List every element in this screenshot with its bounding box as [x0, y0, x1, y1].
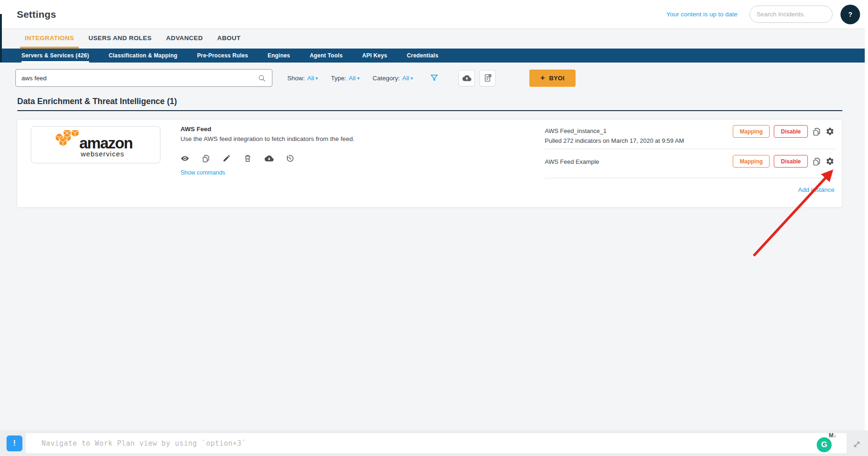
- copy-icon: [201, 154, 210, 163]
- expand-resize-icon[interactable]: [852, 439, 862, 449]
- type-filter-value[interactable]: All: [349, 75, 356, 82]
- subnav-classification-mapping[interactable]: Classification & Mapping: [109, 49, 177, 63]
- tab-advanced[interactable]: ADVANCED: [161, 29, 208, 49]
- delete-button[interactable]: [243, 153, 257, 163]
- tab-about[interactable]: ABOUT: [213, 29, 245, 49]
- mapping-button[interactable]: Mapping: [733, 125, 770, 138]
- markdown-download-icon: M↓: [829, 432, 836, 439]
- scrollbar-track[interactable]: [865, 0, 868, 430]
- chevron-down-icon[interactable]: ▾: [357, 76, 360, 81]
- download-button[interactable]: [264, 153, 278, 163]
- aws-logo: amazon webservices: [47, 130, 145, 159]
- cli-input[interactable]: Navigate to Work Plan view by using `opt…: [26, 433, 847, 453]
- instance-divider: [545, 178, 835, 178]
- chevron-down-icon[interactable]: ▾: [316, 76, 318, 81]
- aws-logo-text-main: amazon: [79, 134, 132, 152]
- subnav-api-keys[interactable]: API Keys: [362, 49, 388, 63]
- subnav-credentials[interactable]: Credentials: [407, 49, 438, 63]
- show-filter[interactable]: Show: All ▾: [287, 75, 318, 82]
- cli-placeholder: Navigate to Work Plan view by using `opt…: [42, 439, 246, 448]
- cloud-upload-icon: [462, 73, 472, 83]
- settings-tabs: INTEGRATIONS USERS AND ROLES ADVANCED AB…: [0, 29, 868, 49]
- disable-button[interactable]: Disable: [774, 125, 808, 138]
- gear-icon: [826, 157, 834, 166]
- gear-icon: [826, 127, 834, 136]
- show-filter-value[interactable]: All: [307, 75, 314, 82]
- grammarly-widget[interactable]: M↓ G: [817, 435, 835, 452]
- copy-integration-button[interactable]: [201, 153, 215, 163]
- copy-icon: [812, 157, 821, 166]
- window-edge-sliver: [0, 14, 2, 62]
- restore-defaults-button[interactable]: [285, 153, 299, 163]
- byoi-button-label: BYOI: [549, 75, 564, 82]
- settings-page: Settings Your content is up to date ? IN…: [0, 0, 868, 456]
- instance-settings-button[interactable]: [826, 127, 834, 136]
- document-plus-icon: [483, 73, 493, 83]
- cloud-download-icon: [264, 154, 274, 163]
- category-filter-label: Category:: [373, 75, 400, 82]
- install-content-button[interactable]: [479, 70, 496, 86]
- upload-integration-button[interactable]: [458, 70, 475, 86]
- history-icon: [285, 154, 294, 163]
- show-filter-label: Show:: [287, 75, 305, 82]
- instance-settings-button[interactable]: [826, 157, 834, 166]
- copy-instance-button[interactable]: [812, 127, 821, 136]
- advanced-filter-button[interactable]: [430, 73, 439, 83]
- plus-icon: +: [541, 74, 545, 82]
- integration-description: Use the AWS feed integration to fetch in…: [181, 135, 516, 142]
- instance-divider: [545, 149, 835, 149]
- incident-search-box[interactable]: [750, 6, 833, 23]
- subnav-servers-services[interactable]: Servers & Services (426): [21, 49, 89, 63]
- subnav-agent-tools[interactable]: Agent Tools: [310, 49, 343, 63]
- chevron-down-icon[interactable]: ▾: [410, 76, 413, 81]
- notification-button[interactable]: !: [7, 435, 22, 451]
- tab-users-and-roles[interactable]: USERS AND ROLES: [84, 29, 156, 49]
- type-filter[interactable]: Type: All ▾: [331, 75, 360, 82]
- mapping-button[interactable]: Mapping: [733, 155, 770, 168]
- integrations-subnav: Servers & Services (426) Classification …: [0, 49, 868, 63]
- instance-name: AWS Feed Example: [545, 158, 599, 165]
- instance-controls: Mapping Disable: [733, 155, 834, 168]
- exclamation-icon: !: [13, 439, 15, 448]
- integrations-toolbar: Show: All ▾ Type: All ▾ Category: All ▾: [0, 63, 868, 93]
- page-title: Settings: [17, 9, 56, 20]
- cli-footer: ! Navigate to Work Plan view by using `o…: [0, 430, 868, 456]
- category-filter-value[interactable]: All: [402, 75, 409, 82]
- grammarly-icon: G: [817, 437, 832, 452]
- view-button[interactable]: [181, 153, 194, 163]
- copy-icon: [812, 127, 821, 136]
- content-status-link[interactable]: Your content is up to date: [666, 11, 737, 18]
- tab-integrations[interactable]: INTEGRATIONS: [20, 29, 79, 49]
- pencil-icon: [222, 154, 231, 162]
- filter-group: Show: All ▾ Type: All ▾ Category: All ▾: [287, 75, 426, 82]
- byoi-button[interactable]: + BYOI: [529, 70, 576, 87]
- instance-controls: Mapping Disable: [733, 125, 834, 138]
- funnel-icon: [430, 73, 439, 83]
- integration-name: AWS Feed: [181, 126, 516, 133]
- instances-panel: AWS Feed_instance_1 Pulled 272 indicator…: [545, 119, 835, 208]
- integration-logo-box: amazon webservices: [31, 126, 160, 163]
- copy-instance-button[interactable]: [812, 157, 821, 166]
- header-right-cluster: Your content is up to date ?: [666, 5, 860, 24]
- edit-button[interactable]: [222, 153, 236, 163]
- subnav-preprocess-rules[interactable]: Pre-Process Rules: [197, 49, 248, 63]
- add-instance-link[interactable]: Add instance: [798, 186, 834, 193]
- show-commands-link[interactable]: Show commands: [181, 169, 516, 176]
- incident-search-input[interactable]: [757, 11, 826, 18]
- type-filter-label: Type:: [331, 75, 347, 82]
- eye-icon: [181, 154, 189, 163]
- category-filter[interactable]: Category: All ▾: [373, 75, 413, 82]
- help-button[interactable]: ?: [840, 5, 860, 24]
- instance-status: Pulled 272 indicators on March 17, 2020 …: [545, 137, 684, 144]
- integration-search-input[interactable]: [21, 75, 257, 82]
- disable-button[interactable]: Disable: [774, 155, 808, 168]
- trash-icon: [243, 154, 252, 162]
- question-mark-icon: ?: [848, 11, 853, 18]
- aws-logo-text-sub: webservices: [80, 150, 125, 158]
- section-divider: [17, 110, 842, 111]
- subnav-engines[interactable]: Engines: [268, 49, 290, 63]
- integration-search-box[interactable]: [15, 69, 272, 87]
- instance-name: AWS Feed_instance_1: [545, 127, 606, 134]
- integration-card-aws-feed: amazon webservices AWS Feed Use the AWS …: [17, 119, 842, 208]
- app-header: Settings Your content is up to date ?: [0, 0, 868, 29]
